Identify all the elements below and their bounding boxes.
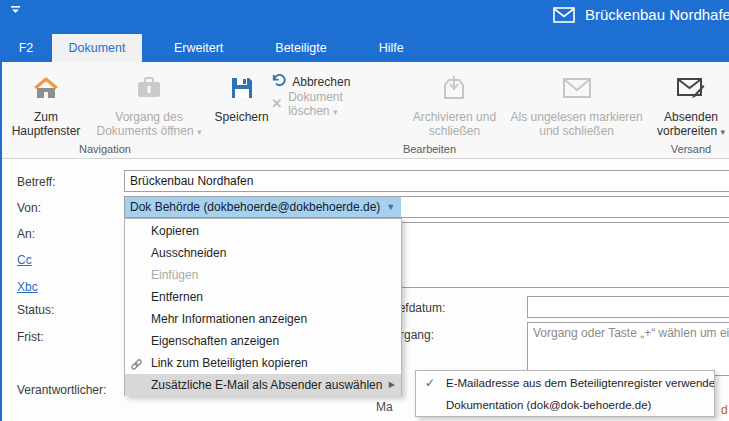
title-bar: Brückenbau Nordhafen <box>0 0 729 34</box>
frist-label: Frist: <box>17 330 44 344</box>
save-icon <box>230 70 254 106</box>
delete-x-icon: ✕ <box>271 96 282 111</box>
mail-unread-icon <box>563 70 591 106</box>
document-window: Brückenbau Nordhafen F2 Dokument Erweite… <box>0 0 729 421</box>
button-label: Vorgang des Dokuments öffnen <box>96 110 193 138</box>
ribbon-group-versand: Absenden vorbereiten ▾ Versand <box>651 66 729 158</box>
tab-beteiligte[interactable]: Beteiligte <box>255 34 346 62</box>
title-group: Brückenbau Nordhafen <box>553 6 729 23</box>
submenu-arrow-icon: ▶ <box>389 374 395 396</box>
ungelesen-markieren-button[interactable]: Als ungelesen markieren und schließen <box>506 66 647 138</box>
dropdown-caret-icon: ▾ <box>333 107 338 117</box>
menu-item-mehr-informationen[interactable]: Mehr Informationen anzeigen <box>125 308 401 330</box>
check-icon: ✓ <box>425 372 435 394</box>
zum-hauptfenster-button[interactable]: Zum Hauptfenster <box>2 66 90 138</box>
button-label: Speichern <box>215 110 269 124</box>
archivieren-button[interactable]: Archivieren und schließen <box>403 66 507 138</box>
von-selected-value[interactable]: Dok Behörde (dokbehoerde@dokbehoerde.de)… <box>125 197 401 217</box>
dropdown-caret-icon: ▾ <box>197 127 202 137</box>
menu-item-link-kopieren[interactable]: Link zum Beteiligten kopieren <box>125 352 401 374</box>
group-label-versand: Versand <box>651 141 729 158</box>
home-icon <box>33 70 59 106</box>
status-label: Status: <box>17 303 54 317</box>
von-label: Von: <box>17 201 41 215</box>
vorgang-placeholder: Vorgang oder Taste „+“ wählen um ein <box>528 323 729 343</box>
window-title: Brückenbau Nordhafen <box>585 6 729 23</box>
menu-item-entfernen[interactable]: Entfernen <box>125 286 401 308</box>
button-label: Als ungelesen markieren und schließen <box>506 110 647 138</box>
ribbon-group-navigation: Zum Hauptfenster Vorgang des Dokuments ö… <box>2 66 208 158</box>
ribbon: Zum Hauptfenster Vorgang des Dokuments ö… <box>0 62 729 159</box>
clipped-value-fragment: d <box>721 403 729 417</box>
betreff-label: Betreff: <box>17 175 55 189</box>
combo-arrow-icon[interactable]: ▼ <box>386 202 395 212</box>
send-prepare-icon <box>677 70 705 106</box>
abbrechen-button[interactable]: Abbrechen <box>271 72 380 91</box>
document-form: Betreff: Brückenbau Nordhafen Von: Dok B… <box>0 159 729 421</box>
button-label: Abbrechen <box>292 75 350 89</box>
briefcase-icon <box>135 70 163 106</box>
submenu-item-dokumentation[interactable]: Dokumentation (dok@dok-behoerde.de) <box>416 394 714 416</box>
archive-icon <box>441 70 467 106</box>
verantwortlicher-label: Verantwortlicher: <box>17 383 106 397</box>
customize-quick-access-icon[interactable] <box>9 5 23 17</box>
briefdatum-input[interactable] <box>527 296 729 318</box>
menu-item-einfuegen[interactable]: Einfügen <box>125 264 401 286</box>
vorgang-oeffnen-button[interactable]: Vorgang des Dokuments öffnen ▾ <box>90 66 208 139</box>
betreff-input[interactable]: Brückenbau Nordhafen <box>124 170 729 192</box>
von-combobox[interactable]: Dok Behörde (dokbehoerde@dokbehoerde.de)… <box>124 196 729 218</box>
clipped-label-fragment: Ma <box>376 400 400 414</box>
speichern-button[interactable]: Speichern <box>212 66 271 124</box>
group-label-navigation: Navigation <box>2 141 208 158</box>
menu-item-kopieren[interactable]: Kopieren <box>125 220 401 242</box>
dokument-loeschen-button[interactable]: ✕ Dokument löschen ▾ <box>271 94 380 113</box>
vorgang-input[interactable]: Vorgang oder Taste „+“ wählen um ein <box>527 322 729 376</box>
button-label: Archivieren und schließen <box>403 110 507 138</box>
absender-submenu: ✓ E-Mailadresse aus dem Beteiligtenregis… <box>415 370 715 417</box>
group-label-bearbeiten: Bearbeiten <box>212 141 647 158</box>
context-menu: Kopieren Ausschneiden Einfügen Entfernen… <box>124 218 402 396</box>
undo-icon <box>271 73 286 91</box>
an-label: An: <box>17 227 35 241</box>
absenden-vorbereiten-button[interactable]: Absenden vorbereiten ▾ <box>651 66 729 139</box>
button-label: Zum Hauptfenster <box>2 110 90 138</box>
dropdown-caret-icon: ▾ <box>720 127 725 137</box>
tab-dokument[interactable]: Dokument <box>52 34 142 62</box>
tab-hilfe[interactable]: Hilfe <box>359 34 424 62</box>
tab-erweitert[interactable]: Erweitert <box>154 34 243 62</box>
envelope-icon <box>553 7 575 23</box>
submenu-item-beteiligtenregister[interactable]: ✓ E-Mailadresse aus dem Beteiligtenregis… <box>416 372 714 394</box>
tab-f2[interactable]: F2 <box>0 34 52 62</box>
ribbon-group-bearbeiten: Speichern Abbrechen <box>212 66 647 158</box>
button-label: Absenden vorbereiten <box>657 110 718 138</box>
menu-item-zusaetzliche-email[interactable]: Zusätzliche E-Mail als Absender auswähle… <box>125 374 401 396</box>
tab-bar: F2 Dokument Erweitert Beteiligte Hilfe <box>0 34 729 62</box>
menu-item-ausschneiden[interactable]: Ausschneiden <box>125 242 401 264</box>
xbc-link[interactable]: Xbc <box>17 280 38 294</box>
menu-item-eigenschaften[interactable]: Eigenschaften anzeigen <box>125 330 401 352</box>
cc-link[interactable]: Cc <box>17 253 32 267</box>
